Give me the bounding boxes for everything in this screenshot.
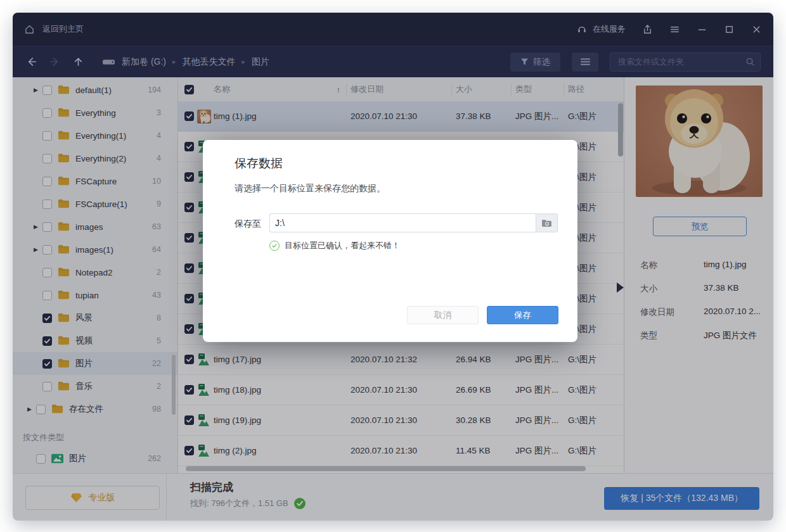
location-ok-icon xyxy=(269,241,280,251)
save-button[interactable]: 保存 xyxy=(487,306,558,324)
save-to-label: 保存至 xyxy=(235,218,261,230)
cancel-button[interactable]: 取消 xyxy=(407,306,479,324)
location-ok-text: 目标位置已确认，看起来不错！ xyxy=(285,240,400,251)
save-data-dialog: 保存数据 请选择一个目标位置来保存您的数据。 保存至 目标位置已确认，看起来不错… xyxy=(203,140,577,342)
save-path-input[interactable] xyxy=(269,213,536,232)
browse-button[interactable] xyxy=(536,213,558,232)
dialog-title: 保存数据 xyxy=(235,155,283,172)
dialog-subtitle: 请选择一个目标位置来保存您的数据。 xyxy=(235,183,385,194)
app-window: 返回到主页 在线服务 xyxy=(13,13,773,521)
browse-folder-icon xyxy=(541,219,552,227)
